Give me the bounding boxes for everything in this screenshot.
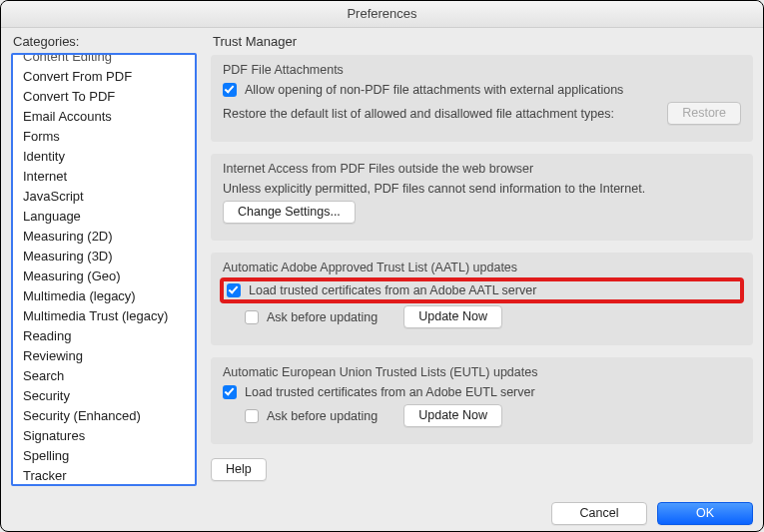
row-aatl-ask: Ask before updating Update Now: [223, 305, 741, 328]
category-item[interactable]: Trust Manager: [13, 485, 195, 486]
window-body: Categories: Content EditingConvert From …: [1, 28, 763, 494]
category-item[interactable]: Measuring (Geo): [13, 266, 195, 285]
categories-list[interactable]: Content EditingConvert From PDFConvert T…: [11, 53, 197, 486]
group-eutl: Automatic European Union Trusted Lists (…: [211, 357, 753, 444]
label-internet-desc: Unless explicitly permitted, PDF files c…: [223, 182, 645, 196]
row-internet-desc: Unless explicitly permitted, PDF files c…: [223, 182, 741, 196]
label-aatl-ask: Ask before updating: [267, 310, 378, 324]
category-item[interactable]: Internet: [13, 166, 195, 186]
category-item[interactable]: Spelling: [13, 445, 195, 465]
row-change-settings: Change Settings...: [223, 201, 741, 224]
checkbox-aatl-ask[interactable]: [245, 310, 259, 324]
preferences-window: Preferences Categories: Content EditingC…: [0, 0, 764, 532]
category-item[interactable]: Identity: [13, 146, 195, 166]
label-eutl-load: Load trusted certificates from an Adobe …: [245, 385, 535, 399]
ok-button[interactable]: OK: [657, 502, 753, 525]
row-restore: Restore the default list of allowed and …: [223, 102, 741, 125]
group-pdf-attachments: PDF File Attachments Allow opening of no…: [211, 55, 753, 142]
category-item[interactable]: Language: [13, 206, 195, 226]
window-title: Preferences: [1, 1, 763, 28]
settings-pane: Trust Manager PDF File Attachments Allow…: [211, 34, 753, 486]
row-eutl-load[interactable]: Load trusted certificates from an Adobe …: [223, 385, 741, 399]
categories-label: Categories:: [13, 34, 197, 49]
categories-pane: Categories: Content EditingConvert From …: [11, 34, 197, 486]
row-help: Help: [211, 458, 753, 481]
restore-button: Restore: [667, 102, 741, 125]
category-item[interactable]: Convert From PDF: [13, 66, 195, 86]
group-title-internet: Internet Access from PDF Files outside t…: [223, 162, 741, 176]
category-item[interactable]: Search: [13, 365, 195, 385]
help-button[interactable]: Help: [211, 458, 267, 481]
dialog-footer: Cancel OK: [1, 494, 763, 531]
group-aatl: Automatic Adobe Approved Trust List (AAT…: [211, 253, 753, 345]
category-item[interactable]: Tracker: [13, 465, 195, 485]
category-item[interactable]: Content Editing: [13, 53, 195, 66]
category-item[interactable]: Reading: [13, 325, 195, 345]
group-title-aatl: Automatic Adobe Approved Trust List (AAT…: [223, 261, 741, 274]
checkbox-eutl-load[interactable]: [223, 385, 237, 399]
category-item[interactable]: Convert To PDF: [13, 86, 195, 106]
label-aatl-load: Load trusted certificates from an Adobe …: [249, 283, 536, 297]
panel-title: Trust Manager: [213, 34, 753, 49]
row-allow-opening[interactable]: Allow opening of non-PDF file attachment…: [223, 83, 741, 97]
checkbox-eutl-ask[interactable]: [245, 409, 259, 423]
label-eutl-ask: Ask before updating: [267, 409, 378, 423]
label-allow-opening: Allow opening of non-PDF file attachment…: [245, 83, 623, 97]
aatl-update-now-button[interactable]: Update Now: [403, 305, 502, 328]
category-item[interactable]: Multimedia Trust (legacy): [13, 305, 195, 325]
cancel-button[interactable]: Cancel: [551, 502, 647, 525]
group-title-eutl: Automatic European Union Trusted Lists (…: [223, 365, 741, 379]
group-title-attachments: PDF File Attachments: [223, 63, 741, 77]
category-item[interactable]: Security: [13, 385, 195, 405]
checkbox-aatl-load[interactable]: [227, 283, 241, 297]
group-internet-access: Internet Access from PDF Files outside t…: [211, 154, 753, 241]
label-restore-desc: Restore the default list of allowed and …: [223, 107, 659, 121]
checkbox-allow-opening[interactable]: [223, 83, 237, 97]
category-item[interactable]: Forms: [13, 126, 195, 146]
change-settings-button[interactable]: Change Settings...: [223, 201, 356, 224]
category-item[interactable]: JavaScript: [13, 186, 195, 206]
eutl-update-now-button[interactable]: Update Now: [403, 404, 502, 427]
row-aatl-load[interactable]: Load trusted certificates from an Adobe …: [223, 280, 741, 300]
category-item[interactable]: Measuring (3D): [13, 246, 195, 266]
category-item[interactable]: Security (Enhanced): [13, 405, 195, 425]
category-item[interactable]: Measuring (2D): [13, 226, 195, 246]
category-item[interactable]: Reviewing: [13, 345, 195, 365]
category-item[interactable]: Email Accounts: [13, 106, 195, 126]
category-item[interactable]: Signatures: [13, 425, 195, 445]
category-item[interactable]: Multimedia (legacy): [13, 285, 195, 305]
row-eutl-ask: Ask before updating Update Now: [223, 404, 741, 427]
